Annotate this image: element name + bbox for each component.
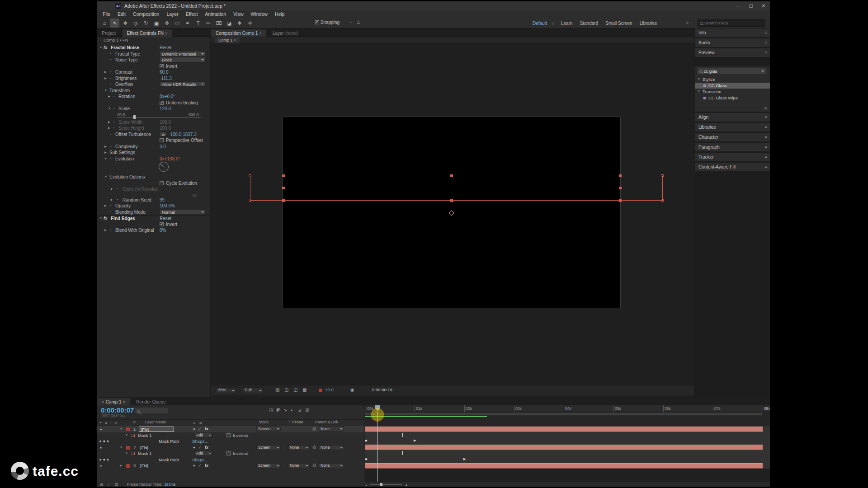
mask-inverted-checkbox[interactable] [226, 433, 231, 437]
shape-link[interactable]: Shape... [192, 438, 208, 445]
twirl-down-icon[interactable]: ▼ [99, 216, 102, 222]
timeline-search-input[interactable] [142, 409, 164, 414]
tool-icon[interactable]: ↻ [142, 19, 151, 28]
effects-search-input[interactable] [704, 69, 754, 74]
keyframe-marker[interactable] [402, 433, 403, 437]
panel-menu-icon[interactable]: ≡ [765, 123, 767, 131]
twirl-down-icon[interactable]: ▼ [120, 445, 123, 451]
fx-switch-icon[interactable]: fx [205, 445, 208, 451]
stopwatch-icon[interactable]: ◔ [113, 94, 115, 100]
motion-blur-icon[interactable]: ⊿ [298, 408, 302, 413]
tab-effect-controls[interactable]: Effect Controls FN ≡ [123, 29, 172, 38]
twirl-right-icon[interactable]: ▶ [104, 144, 107, 150]
property-value[interactable]: 0x+133.0° [160, 156, 180, 162]
effects-search-field[interactable]: ✕ [698, 68, 766, 74]
panel-menu-icon[interactable]: ≡ [765, 48, 767, 57]
menu-item[interactable]: Composition [129, 11, 163, 17]
snapshot-camera-icon[interactable]: ◉ [350, 387, 354, 392]
effect-title[interactable]: Find Edges [111, 216, 135, 222]
parent-dropdown[interactable]: None [319, 445, 344, 450]
blend-mode-dropdown[interactable]: Screen [256, 445, 281, 450]
work-area-bar[interactable] [365, 413, 763, 416]
reset-button[interactable]: Reset [160, 216, 171, 222]
rotation-dial[interactable] [159, 162, 169, 172]
mask-vertex-handle[interactable] [619, 187, 622, 189]
tool-icon[interactable]: T [193, 19, 203, 28]
panel-menu-icon[interactable]: ≡ [765, 153, 767, 161]
tool-icon[interactable]: ✒ [183, 19, 192, 28]
cycle-evolution-checkbox[interactable] [160, 181, 164, 185]
maximize-button[interactable]: ▢ [745, 1, 757, 10]
tool-icon[interactable]: ▣ [152, 19, 161, 28]
menu-item[interactable]: Layer [163, 11, 182, 17]
tool-icon[interactable]: ✏ [204, 19, 213, 28]
zoom-out-mountain-icon[interactable]: ▲ [365, 483, 368, 488]
layer-name-cell[interactable]: [FN] [139, 427, 174, 432]
layer-name-cell[interactable]: [FN] [140, 463, 148, 469]
workspace-item[interactable]: Libraries [640, 21, 657, 26]
panel-menu-icon[interactable]: ≡ [765, 28, 767, 37]
mask-vertex-handle[interactable] [619, 199, 622, 202]
twirl-right-icon[interactable]: ▶ [104, 69, 107, 75]
menu-item[interactable]: Edit [114, 11, 129, 17]
pickwhip-icon[interactable]: @ [312, 463, 316, 469]
layer-color-swatch[interactable] [126, 427, 130, 431]
close-button[interactable]: ✕ [757, 1, 770, 10]
panel-header-bar[interactable]: Info ≡ [695, 28, 770, 37]
keyframe-diamond[interactable]: ◆ [365, 438, 367, 443]
menu-item[interactable]: File [99, 11, 114, 17]
noise-type-dropdown[interactable]: Block [160, 57, 206, 62]
mask-vertex-handle[interactable] [450, 199, 453, 202]
stopwatch-icon[interactable]: ◔ [109, 144, 112, 150]
magnification-dropdown[interactable]: 25% [216, 387, 236, 393]
twirl-right-icon[interactable]: ▶ [108, 94, 110, 100]
workspace-item[interactable]: Small Screen [605, 21, 632, 26]
property-value[interactable]: 120.0 [160, 106, 171, 112]
timeline-zoom-handle[interactable] [380, 483, 382, 486]
keyframe-arrow[interactable]: ▶ [463, 456, 466, 462]
stopwatch-icon[interactable]: ◔ [109, 227, 112, 234]
mask-row[interactable]: ▼ Mask 1 Add Inverted [97, 432, 364, 439]
menu-item[interactable]: Effect [182, 11, 202, 17]
panel-menu-icon[interactable]: ≡ [259, 31, 261, 36]
tree-item-cc-glass-wipe[interactable]: ▦ CC Glass Wipe [695, 95, 770, 101]
fx-badge-icon[interactable]: fx [104, 45, 107, 51]
viewer-timecode[interactable]: 0:00:00:19 [372, 387, 392, 392]
fractal-type-dropdown[interactable]: Dynamic Progressi [160, 51, 206, 56]
mask-row[interactable]: ▼ Mask 1 Add Inverted [97, 450, 364, 457]
tree-group-transition[interactable]: ▼ Transition [695, 89, 770, 95]
panel-header-bar[interactable]: Content-Aware Fill ≡ [695, 163, 770, 171]
mask-blend-dropdown[interactable]: Add [194, 433, 212, 438]
clear-search-icon[interactable]: ✕ [761, 68, 764, 74]
pickwhip-icon[interactable]: @ [312, 445, 316, 451]
menu-item[interactable]: Help [271, 11, 288, 17]
property-value[interactable]: 100.0% [160, 203, 175, 209]
mask-name[interactable]: Mask 1 [138, 450, 152, 457]
tool-icon[interactable]: ⌧ [214, 19, 223, 28]
choose-grid-icon[interactable]: ▤ [275, 387, 279, 392]
layer-1-duration-bar[interactable] [365, 427, 763, 432]
fx-badge-icon[interactable]: fx [104, 216, 107, 222]
mask-color-swatch[interactable] [132, 434, 135, 437]
stopwatch-icon[interactable]: ◔ [109, 75, 112, 82]
snapping-checkbox-icon[interactable] [315, 20, 319, 24]
next-keyframe-icon[interactable]: ▶ [107, 457, 109, 463]
slider-track[interactable] [117, 117, 201, 117]
layer-quality-icon[interactable]: ◆ [193, 463, 195, 469]
blend-mode-dropdown[interactable]: Screen [256, 463, 281, 468]
tree-group-stylize[interactable]: ▼ Stylize [695, 76, 770, 83]
next-keyframe-icon[interactable]: ▶ [107, 438, 109, 445]
property-value[interactable]: 60.0 [160, 69, 168, 75]
layer-effects-icon[interactable]: ∕ [199, 463, 200, 469]
frame-blending-icon[interactable]: ◐ [291, 408, 293, 413]
tool-icon[interactable]: ◪ [225, 19, 234, 28]
layer-row-2[interactable]: ● ▼ 2 [FN] ◆ ∕ fx Screen None @ None [97, 445, 364, 451]
mask-corner-handle[interactable] [249, 199, 251, 202]
minimize-button[interactable]: — [732, 1, 745, 10]
graph-editor-icon[interactable]: ▥ [305, 408, 309, 413]
tool-icon[interactable]: ✛ [245, 19, 255, 28]
property-name[interactable]: Mask Path [159, 457, 179, 463]
stopwatch-icon[interactable]: ◔ [109, 203, 112, 209]
twirl-right-icon[interactable]: ▶ [111, 197, 113, 203]
twirl-down-icon[interactable]: ▼ [99, 45, 102, 51]
